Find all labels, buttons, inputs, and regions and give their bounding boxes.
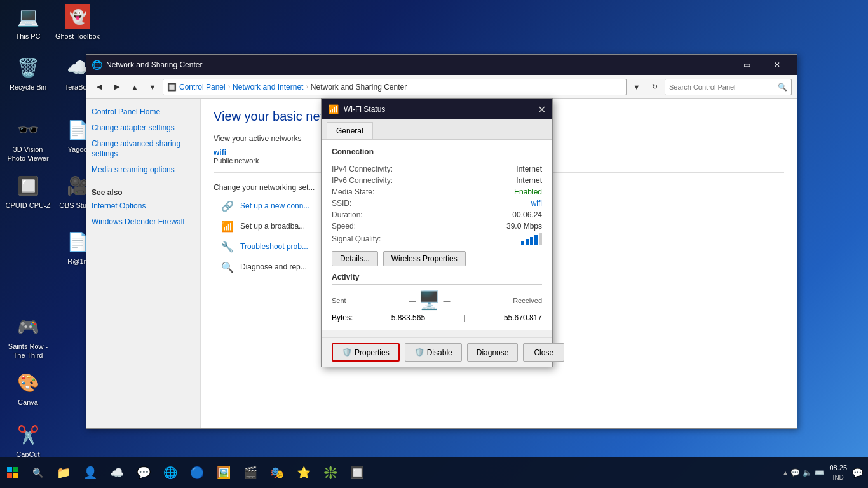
recent-button[interactable]: ▼ xyxy=(145,79,160,95)
settings-link-troubleshoot[interactable]: Troubleshoot prob... xyxy=(240,242,308,251)
received-bytes: 55.670.817 xyxy=(504,313,542,322)
info-row-ipv4: IPv4 Connectivity: Internet xyxy=(332,165,542,173)
recycle-bin-icon: 🗑️ xyxy=(15,55,41,80)
wireless-properties-button[interactable]: Wireless Properties xyxy=(383,251,466,266)
3dvision-icon: 🕶️ xyxy=(15,117,41,142)
desktop-icon-cpuid[interactable]: 🔲 CPUID CPU-Z xyxy=(3,170,53,212)
signal-bar-4 xyxy=(534,235,538,245)
ipv6-value: Internet xyxy=(516,176,542,185)
activity-body: Sent — 🖥️ — Received xyxy=(332,290,542,311)
taskbar-icon-extra2[interactable]: 🔲 xyxy=(344,458,370,488)
sent-arrow: — xyxy=(409,297,416,304)
disable-label: Disable xyxy=(427,348,452,357)
speed-value: 39.0 Mbps xyxy=(506,222,542,231)
taskbar-icon-edge[interactable]: 🔵 xyxy=(184,458,210,488)
properties-shield-icon: 🛡️ xyxy=(342,348,352,357)
taskbar-icon-chrome[interactable]: 🌐 xyxy=(158,458,183,488)
breadcrumb-part1[interactable]: Control Panel xyxy=(179,83,226,92)
this-pc-icon: 💻 xyxy=(15,4,41,29)
sidebar-link-change-adapter[interactable]: Change adapter settings xyxy=(92,123,195,133)
desktop-icon-this-pc[interactable]: 💻 This PC xyxy=(3,1,53,43)
dialog-body: Connection IPv4 Connectivity: Internet I… xyxy=(322,140,552,330)
properties-button[interactable]: 🛡️ Properties xyxy=(332,343,400,362)
search-input[interactable] xyxy=(669,83,775,91)
taskbar: 🔍 📁 👤 ☁️ 💬 🌐 🔵 🖼️ 🎬 🎭 ⭐ ❇️ 🔲 ▲ 💬 🔈 ⌨️ 08 xyxy=(0,458,868,488)
sidebar-link-firewall[interactable]: Windows Defender Firewall xyxy=(92,217,195,227)
taskbar-icon-extra[interactable]: ❇️ xyxy=(318,458,343,488)
minimize-button[interactable]: ─ xyxy=(702,55,731,75)
refresh-button[interactable]: ↻ xyxy=(647,79,662,95)
desktop-icon-saints[interactable]: 🎮 Saints Row - The Third xyxy=(3,311,53,363)
breadcrumb-icon: 🔲 xyxy=(167,83,177,92)
taskbar-pinned-icons: 📁 👤 ☁️ 💬 🌐 🔵 🖼️ 🎬 🎭 ⭐ ❇️ 🔲 xyxy=(51,458,370,488)
sidebar-link-media-streaming[interactable]: Media streaming options xyxy=(92,165,195,175)
tray-network-icon[interactable]: 💬 xyxy=(790,468,800,477)
info-row-ipv6: IPv6 Connectivity: Internet xyxy=(332,176,542,185)
network-activity-icon: 🖥️ xyxy=(418,290,440,311)
taskbar-icon-ai[interactable]: ⭐ xyxy=(291,458,316,488)
canva-label: Canva xyxy=(5,398,51,407)
diagnose-button[interactable]: Diagnose xyxy=(467,343,519,362)
duration-value: 00.06.24 xyxy=(512,210,542,219)
desktop: 💻 This PC 👻 Ghost Toolbox 🗑️ Recycle Bin… xyxy=(0,0,868,488)
close-window-button[interactable]: ✕ xyxy=(763,55,792,75)
taskbar-icon-discord[interactable]: 💬 xyxy=(131,458,156,488)
settings-link-new-conn[interactable]: Set up a new conn... xyxy=(240,201,309,210)
tray-chevron[interactable]: ▲ xyxy=(783,470,789,476)
disable-button[interactable]: 🛡️ Disable xyxy=(405,343,462,362)
dropdown-button[interactable]: ▼ xyxy=(629,79,644,95)
desktop-icon-canva[interactable]: 🎨 Canva xyxy=(3,367,53,409)
forward-button[interactable]: ▶ xyxy=(109,79,125,95)
troubleshoot-icon: 🔧 xyxy=(220,239,235,254)
window-controls: ─ ▭ ✕ xyxy=(702,55,792,75)
taskbar-search-button[interactable]: 🔍 xyxy=(25,458,50,488)
sidebar-navigation: Control Panel Home Change adapter settin… xyxy=(86,99,201,428)
close-bottom-button[interactable]: Close xyxy=(523,343,564,362)
notification-button[interactable]: 💬 xyxy=(852,468,863,478)
duration-label: Duration: xyxy=(332,210,363,219)
taskbar-icon-pr[interactable]: 🎬 xyxy=(238,458,263,488)
ssid-label: SSID: xyxy=(332,199,351,208)
tab-general[interactable]: General xyxy=(327,122,373,139)
sent-column: Sent xyxy=(332,297,346,304)
ipv4-label: IPv4 Connectivity: xyxy=(332,165,393,173)
search-bar: 🔍 xyxy=(665,79,792,95)
diagnose-icon: 🔍 xyxy=(220,259,235,274)
dialog-close-button[interactable]: ✕ xyxy=(538,104,546,116)
taskbar-icon-user[interactable]: 👤 xyxy=(78,458,103,488)
speed-label: Speed: xyxy=(332,222,356,231)
taskbar-icon-cloud[interactable]: ☁️ xyxy=(104,458,130,488)
sidebar-link-control-panel-home[interactable]: Control Panel Home xyxy=(92,107,195,118)
desktop-icon-3dvision[interactable]: 🕶️ 3D Vision Photo Viewer xyxy=(3,114,53,166)
taskbar-icon-ae[interactable]: 🎭 xyxy=(264,458,290,488)
sidebar-link-internet-options[interactable]: Internet Options xyxy=(92,201,195,212)
system-clock[interactable]: 08.25 IND xyxy=(829,463,847,482)
start-button[interactable] xyxy=(0,458,25,488)
svg-rect-4 xyxy=(7,473,12,478)
details-button[interactable]: Details... xyxy=(332,251,378,266)
saints-label: Saints Row - The Third xyxy=(5,342,51,360)
desktop-icon-recycle-bin[interactable]: 🗑️ Recycle Bin xyxy=(3,52,53,94)
activity-header: Activity xyxy=(332,273,542,285)
taskbar-icon-ps[interactable]: 🖼️ xyxy=(211,458,236,488)
signal-bar-5 xyxy=(539,233,542,245)
maximize-button[interactable]: ▭ xyxy=(732,55,761,75)
sidebar-link-change-advanced[interactable]: Change advanced sharing settings xyxy=(92,139,195,160)
sent-bytes: 5.883.565 xyxy=(391,313,425,322)
signal-label: Signal Quality: xyxy=(332,234,381,243)
desktop-icon-ghost-toolbox[interactable]: 👻 Ghost Toolbox xyxy=(52,1,103,43)
breadcrumb-part2[interactable]: Network and Internet xyxy=(233,83,303,92)
3dvision-label: 3D Vision Photo Viewer xyxy=(5,145,51,163)
tray-keyboard-icon[interactable]: ⌨️ xyxy=(815,468,824,477)
up-button[interactable]: ▲ xyxy=(127,79,142,95)
bytes-row: Bytes: 5.883.565 | 55.670.817 xyxy=(332,313,542,322)
diagnose-label: Diagnose xyxy=(477,348,509,357)
back-button[interactable]: ◀ xyxy=(92,79,107,95)
media-state-label: Media State: xyxy=(332,187,374,196)
breadcrumb: 🔲 Control Panel › Network and Internet ›… xyxy=(163,79,627,95)
tray-volume-icon[interactable]: 🔈 xyxy=(803,468,812,477)
taskbar-icon-explorer[interactable]: 📁 xyxy=(51,458,76,488)
desktop-icon-capcut[interactable]: ✂️ CapCut xyxy=(3,419,53,461)
activity-section: Activity Sent — 🖥️ — Received xyxy=(332,273,542,322)
properties-label: Properties xyxy=(355,348,390,357)
